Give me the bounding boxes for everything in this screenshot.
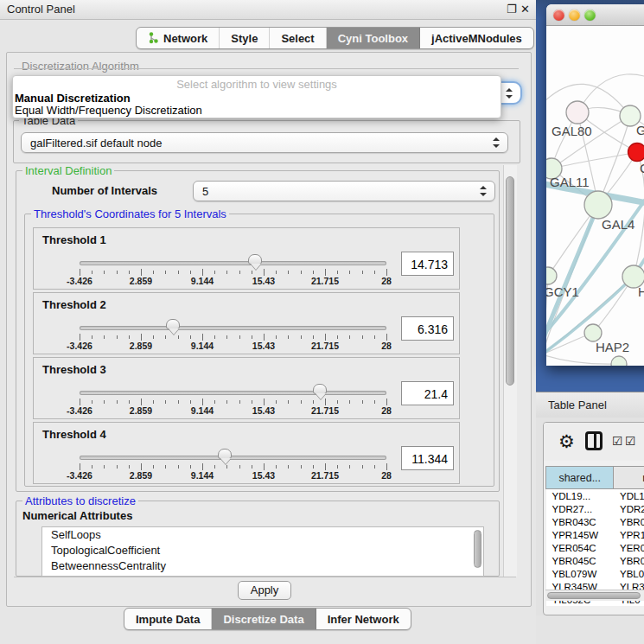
table-row[interactable]: YDR27...YDR2 [546,502,644,515]
table-cell[interactable]: YBL0 [614,567,644,580]
table-row[interactable]: YBR043CYBR0 [546,515,644,528]
node-bottom-partial[interactable] [611,356,627,366]
tab-cyni-toolbox[interactable]: Cyni Toolbox [327,28,420,48]
network-view-window[interactable]: GAL80 GA C GAL11 GAL4 GCY1 H HAP2 [546,4,644,366]
threshold-4-value-field[interactable]: 11.344 [401,446,454,470]
node-red-selected[interactable] [628,143,644,162]
table-cell[interactable]: YBR0 [614,554,644,567]
column-layout-icon[interactable] [585,431,603,450]
checkbox-icon[interactable]: ☑ [612,435,623,447]
threshold-3-slider-track[interactable] [80,391,386,395]
slider-tick [190,271,191,274]
minimize-traffic-light-icon[interactable] [569,10,580,21]
slider-tick-label: 2.859 [130,470,152,481]
threshold-1-slider-thumb[interactable] [248,254,262,265]
number-of-intervals-combobox[interactable]: 5 [193,181,495,201]
table-data-combobox[interactable]: galFiltered.sif default node [21,132,508,153]
node-label-gcy1: GCY1 [546,284,579,299]
threshold-1-value-field[interactable]: 14.713 [401,252,454,276]
node-hap2[interactable] [584,324,602,341]
interval-definition-group-label: Interval Definition [22,164,114,177]
node-gal4[interactable] [584,191,612,219]
table-cell[interactable]: YPR1 [614,528,644,541]
threshold-2-slider-track[interactable] [80,326,386,330]
hscrollbar-thumb[interactable] [547,592,641,599]
slider-tick-label: 28 [381,405,392,416]
cyni-toolbox-panel: Discretization Algorithm Select algorith… [6,52,532,607]
network-canvas[interactable]: GAL80 GA C GAL11 GAL4 GCY1 H HAP2 [546,26,644,366]
table-row[interactable]: YBL079WYBL0 [546,567,644,580]
table-cell[interactable]: YER054C [546,541,614,554]
node-label-partial-low-right: H [638,284,644,299]
node-gcy1[interactable] [546,267,557,284]
column-header-shared-name[interactable]: shared... [546,467,614,489]
attribute-list-item[interactable]: SelfLoops [42,527,483,543]
numerical-attributes-list[interactable]: SelfLoopsTopologicalCoefficientBetweenne… [41,526,484,577]
table-cell[interactable]: YDR27... [546,502,614,515]
panel-scrollbar-thumb[interactable] [506,176,514,386]
table-cell[interactable]: YBR0 [614,515,644,528]
threshold-2-slider-thumb[interactable] [166,319,180,329]
table-cell[interactable]: YPR145W [546,528,614,541]
apply-button[interactable]: Apply [238,581,291,600]
table-cell[interactable]: YBL079W [546,567,614,580]
attributes-scrollbar-thumb[interactable] [474,530,481,568]
threshold-4-slider-track[interactable] [80,456,386,460]
table-row[interactable]: YER054CYER0 [546,541,644,554]
slider-tick [276,465,277,469]
table-cell[interactable]: YBR043C [546,515,614,528]
threshold-3-slider-thumb[interactable] [313,384,327,394]
tab-discretize-data[interactable]: Discretize Data [212,609,316,629]
table-cell[interactable]: YBR045C [546,554,614,567]
column-header-name[interactable]: na [614,467,644,489]
gear-icon[interactable]: ⚙ [558,432,575,450]
tab-infer-network[interactable]: Infer Network [316,609,411,629]
control-panel-titlebar: Control Panel ❐ ✕ [0,0,536,20]
panel-vertical-scrollbar[interactable] [503,165,517,577]
tab-network[interactable]: Network [137,28,220,48]
table-cell[interactable]: YDL1 [614,489,644,503]
slider-tick [252,465,252,469]
dropdown-option-manual-discretization[interactable]: Manual Discretization [15,92,131,105]
slider-tick [252,271,252,274]
float-window-icon[interactable]: ❐ [507,3,517,16]
threshold-1-slider-track[interactable] [80,261,386,265]
tab-style[interactable]: Style [220,28,270,48]
node-gal80[interactable] [566,101,589,124]
table-cell[interactable]: YDL19... [546,489,614,503]
dropdown-option-equal-width[interactable]: Equal Width/Frequency Discretization [15,104,202,117]
slider-tick [141,463,142,470]
network-graph: GAL80 GA C GAL11 GAL4 GCY1 H HAP2 [546,26,644,366]
attribute-list-item[interactable]: BetweennessCentrality [42,558,483,574]
threshold-4-slider-thumb[interactable] [218,449,232,459]
close-traffic-light-icon[interactable] [553,10,564,21]
slider-tick [349,465,350,469]
table-horizontal-scrollbar[interactable] [545,590,644,601]
table-cell[interactable]: YER0 [614,541,644,554]
slider-tick [288,335,289,339]
tab-impute-data[interactable]: Impute Data [124,609,212,629]
zoom-traffic-light-icon[interactable] [584,10,596,21]
table-row[interactable]: YDL19...YDL1 [546,489,644,503]
slider-tick [129,465,130,469]
table-cell[interactable]: YDR2 [614,502,644,515]
threshold-3-value-field[interactable]: 21.4 [401,381,454,405]
network-window-titlebar[interactable] [546,4,644,26]
slider-tick [325,334,326,341]
close-icon[interactable]: ✕ [520,3,530,16]
slider-tick [153,400,154,404]
slider-tick-label: -3.426 [67,405,92,416]
combo-stepper-icon [492,137,500,148]
table-row[interactable]: YBR045CYBR0 [546,554,644,567]
attribute-list-item[interactable]: TopologicalCoefficient [42,543,483,558]
slider-tick [239,335,240,339]
table-row[interactable]: YPR145WYPR1 [546,528,644,541]
slider-tick [80,463,80,470]
tab-jactivemnodules[interactable]: jActiveMNodules [420,28,533,48]
slider-tick-label: 15.43 [252,405,275,416]
tab-select[interactable]: Select [270,28,326,48]
checkbox-icon[interactable]: ☑ [625,435,636,447]
slider-tick [214,465,215,469]
ticklabels: -3.4262.8599.14415.4321.71528 [34,276,459,286]
threshold-2-value-field[interactable]: 6.316 [401,316,454,341]
